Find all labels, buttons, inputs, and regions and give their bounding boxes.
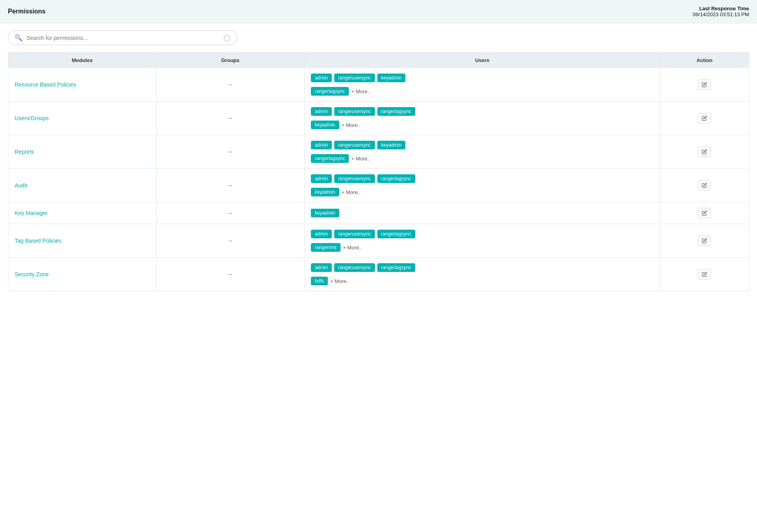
users-cell-0: adminrangerusersynckeyadminrangertagsync… (305, 68, 660, 102)
edit-button-1[interactable] (698, 113, 711, 123)
module-name-0[interactable]: Resource Based Policies (15, 81, 76, 88)
permissions-table-wrapper: Modules Groups Users Action Resource Bas… (0, 52, 757, 299)
edit-button-6[interactable] (698, 269, 711, 279)
users-cell-2: adminrangerusersynckeyadminrangertagsync… (305, 135, 660, 169)
action-cell-6 (660, 258, 749, 291)
action-cell-3 (660, 169, 749, 202)
col-header-action: Action (660, 53, 749, 68)
users-cell-5: adminrangerusersyncrangertagsyncrangerrm… (305, 224, 660, 258)
permissions-table: Modules Groups Users Action Resource Bas… (8, 52, 749, 291)
groups-cell-3: -- (156, 169, 305, 202)
module-name-2[interactable]: Reports (15, 149, 34, 155)
search-box: 🔍 ◯ (8, 30, 237, 45)
module-name-4[interactable]: Key Manager (15, 210, 47, 216)
user-tag: rangerusersync (334, 141, 375, 149)
user-tag: keyadmin (311, 188, 339, 196)
col-header-groups: Groups (156, 53, 305, 68)
user-tag: rangerusersync (334, 107, 375, 116)
groups-cell-4: -- (156, 202, 305, 224)
table-row: Key Manager--keyadmin (8, 202, 749, 224)
users-cell-4: keyadmin (305, 202, 660, 224)
search-input[interactable] (26, 35, 223, 41)
more-link-3[interactable]: + More.. (342, 189, 361, 195)
groups-cell-1: -- (156, 102, 305, 135)
edit-button-3[interactable] (698, 180, 711, 191)
user-tag: admin (311, 141, 332, 149)
page-header: Permissions Last Response Time 09/14/202… (0, 0, 757, 23)
response-time-value: 09/14/2023 03:51:13 PM (693, 11, 749, 17)
edit-button-0[interactable] (698, 79, 711, 90)
more-link-5[interactable]: + More.. (343, 245, 362, 251)
user-tag: rangertagsync (377, 107, 415, 116)
user-tag: admin (311, 230, 332, 238)
user-tag: keyadmin (377, 74, 405, 82)
user-tag: rangertagsync (311, 154, 349, 163)
user-tag: keyadmin (311, 209, 339, 217)
groups-cell-0: -- (156, 68, 305, 102)
table-row: Users/Groups--adminrangerusersyncrangert… (8, 102, 749, 135)
user-tag: rangerusersync (334, 230, 375, 238)
module-name-1[interactable]: Users/Groups (15, 115, 49, 121)
edit-button-5[interactable] (698, 236, 711, 246)
edit-button-4[interactable] (698, 208, 711, 218)
table-row: Audit--adminrangerusersyncrangertagsynck… (8, 169, 749, 202)
table-row: Reports--adminrangerusersynckeyadminrang… (8, 135, 749, 169)
search-icon: 🔍 (15, 34, 23, 42)
user-tag: rangerusersync (334, 74, 375, 82)
groups-cell-2: -- (156, 135, 305, 169)
user-tag: rangerusersync (334, 174, 375, 183)
col-header-modules: Modules (8, 53, 157, 68)
users-cell-1: adminrangerusersyncrangertagsynckeyadmin… (305, 102, 660, 135)
user-tag: hdfs (311, 277, 328, 285)
module-name-5[interactable]: Tag Based Policies (15, 238, 61, 244)
module-name-3[interactable]: Audit (15, 182, 27, 189)
edit-button-2[interactable] (698, 147, 711, 157)
col-header-users: Users (305, 53, 660, 68)
users-cell-3: adminrangerusersyncrangertagsynckeyadmin… (305, 169, 660, 202)
user-tag: admin (311, 107, 332, 116)
more-link-6[interactable]: + More.. (330, 278, 349, 284)
action-cell-0 (660, 68, 749, 102)
user-tag: rangerrms (311, 243, 341, 252)
user-tag: admin (311, 74, 332, 82)
users-cell-6: adminrangerusersyncrangertagsynchdfs+ Mo… (305, 258, 660, 291)
user-tag: rangertagsync (377, 263, 415, 272)
more-link-0[interactable]: + More.. (351, 89, 370, 94)
user-tag: rangertagsync (377, 174, 415, 183)
more-link-2[interactable]: + More.. (351, 156, 370, 162)
user-tag: rangertagsync (311, 87, 349, 96)
response-time-label: Last Response Time (693, 6, 749, 11)
module-name-6[interactable]: Security Zone (15, 271, 49, 277)
groups-cell-6: -- (156, 258, 305, 291)
groups-cell-5: -- (156, 224, 305, 258)
more-link-1[interactable]: + More.. (342, 122, 361, 128)
action-cell-5 (660, 224, 749, 258)
page-title: Permissions (8, 8, 45, 15)
table-row: Tag Based Policies--adminrangerusersyncr… (8, 224, 749, 258)
user-tag: admin (311, 263, 332, 272)
search-container: 🔍 ◯ (0, 23, 757, 52)
user-tag: keyadmin (311, 121, 339, 129)
table-row: Resource Based Policies--adminrangeruser… (8, 68, 749, 102)
user-tag: rangerusersync (334, 263, 375, 272)
user-tag: keyadmin (377, 141, 405, 149)
table-header-row: Modules Groups Users Action (8, 53, 749, 68)
action-cell-4 (660, 202, 749, 224)
action-cell-1 (660, 102, 749, 135)
action-cell-2 (660, 135, 749, 169)
search-clear-icon[interactable]: ◯ (223, 34, 231, 42)
response-time-block: Last Response Time 09/14/2023 03:51:13 P… (693, 6, 749, 17)
user-tag: rangertagsync (377, 230, 415, 238)
table-row: Security Zone--adminrangerusersyncranger… (8, 258, 749, 291)
user-tag: admin (311, 174, 332, 183)
